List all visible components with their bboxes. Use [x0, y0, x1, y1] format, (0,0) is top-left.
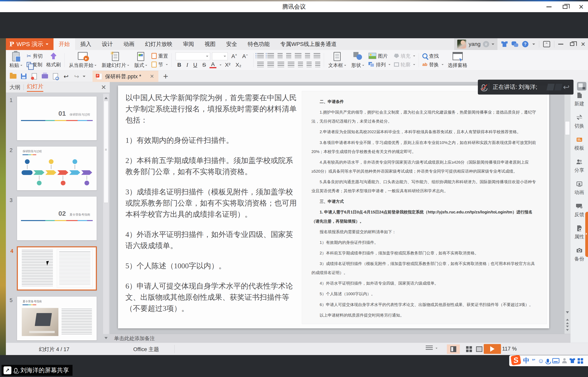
reply-arrow-icon[interactable]: ↩: [563, 83, 570, 91]
tab-view[interactable]: 视图: [199, 38, 221, 50]
italic-button[interactable]: I: [185, 62, 190, 68]
slide-thumbnail-1[interactable]: 1 01 保研阶段与过程: [17, 96, 97, 141]
text-tools-icon[interactable]: [314, 53, 320, 59]
minimize-icon[interactable]: [546, 3, 552, 10]
paragraph-spacing-icon[interactable]: [315, 62, 320, 67]
close-icon[interactable]: ×: [578, 3, 585, 10]
slide-thumbnail-2[interactable]: 2 保研阶段与过程: [17, 146, 97, 190]
slide-text-column[interactable]: 以中国人民大学新闻学院为例，首先需要在中国人民大学制定系统进行报名，填报系统时需…: [125, 92, 297, 324]
superscript-button[interactable]: X²: [224, 62, 232, 68]
notes-toggle-button[interactable]: [426, 346, 438, 351]
slide-thumbnail-3[interactable]: 3 02 夏令营备考指南: [17, 196, 97, 240]
embedded-document-image[interactable]: 二、申请条件 1.拥护中国共产党的领导，拥护社会主义制度，愿为社会主义现代化建设…: [302, 91, 547, 324]
paste-button[interactable]: 粘贴: [7, 51, 24, 69]
next-slide-button[interactable]: [565, 325, 570, 332]
picture-button[interactable]: 图片: [369, 53, 390, 59]
tab-animation[interactable]: 动画: [118, 38, 140, 50]
wps-app-button[interactable]: P WPS 演示: [6, 38, 54, 50]
tab-slides[interactable]: 幻灯片: [27, 83, 43, 92]
restore-icon[interactable]: [570, 42, 574, 46]
account-icon[interactable]: [562, 358, 567, 363]
notes-bar[interactable]: 单击此处添加备注: [110, 334, 570, 343]
arrange-button[interactable]: 排列: [369, 61, 390, 68]
tab-slideshow[interactable]: 幻灯片放映: [140, 38, 178, 50]
normal-view-button[interactable]: [447, 344, 460, 354]
save-icon[interactable]: [19, 72, 28, 81]
find-button[interactable]: 查找: [422, 53, 443, 59]
panel-scrollbar[interactable]: [103, 94, 109, 334]
copy-button[interactable]: 复制: [27, 61, 43, 68]
tab-design[interactable]: 设计: [97, 38, 118, 50]
scroll-down-icon[interactable]: [566, 311, 569, 315]
section-button[interactable]: 节: [151, 61, 168, 68]
outline-button[interactable]: 轮廓: [394, 61, 415, 68]
soft-keyboard-icon[interactable]: [552, 358, 559, 363]
slide-thumbnail-5[interactable]: 5 夏令营备考指南: [17, 296, 97, 341]
font-name-select[interactable]: [176, 52, 210, 60]
ime-skin-icon[interactable]: [570, 358, 575, 363]
layout-button[interactable]: 版式: [132, 51, 149, 69]
sidebar-item-properties[interactable]: 属性: [575, 225, 584, 240]
new-tab-button[interactable]: +: [163, 71, 168, 81]
sogou-logo-icon[interactable]: S: [510, 355, 521, 365]
tab-wps-online-service[interactable]: 专属WPS线上服务通道: [275, 38, 342, 50]
scrollbar-thumb[interactable]: [565, 121, 570, 135]
sidebar-item-switch[interactable]: 切换: [575, 114, 584, 129]
align-center-icon[interactable]: [267, 62, 274, 67]
selection-pane-button[interactable]: 选择窗格: [446, 51, 469, 69]
shape-button[interactable]: 形状: [349, 51, 366, 69]
current-slide-canvas[interactable]: 以中国人民大学新闻学院为例，首先需要在中国人民大学制定系统进行报名，填报系统时需…: [118, 85, 549, 328]
slideshow-play-button[interactable]: [484, 344, 501, 354]
sidebar-item-animation[interactable]: 动画: [575, 180, 584, 196]
tab-special-features[interactable]: 特色功能: [242, 38, 275, 50]
decrease-indent-icon[interactable]: [278, 53, 283, 59]
textbox-button[interactable]: 文本框: [326, 51, 348, 69]
floating-tool-icon[interactable]: [577, 82, 587, 91]
align-left-icon[interactable]: [257, 62, 264, 67]
bold-button[interactable]: B: [176, 62, 183, 68]
print-preview-icon[interactable]: [51, 72, 60, 81]
play-from-current-button[interactable]: 从当前开始: [67, 51, 98, 69]
scroll-down-icon[interactable]: [104, 337, 108, 341]
close-panel-icon[interactable]: ✕: [101, 83, 106, 91]
community-chat-icon[interactable]: [511, 41, 518, 47]
format-painter-button[interactable]: 格式刷: [46, 61, 61, 68]
ime-punctuation-toggle[interactable]: °': [532, 358, 535, 364]
minimize-icon[interactable]: [558, 44, 563, 45]
sidebar-item-share[interactable]: 分享: [575, 158, 584, 173]
reset-button[interactable]: 重置: [151, 53, 168, 59]
emoji-icon[interactable]: ☺: [538, 357, 544, 365]
new-slide-button[interactable]: 新建幻灯片: [100, 51, 131, 69]
subscript-button[interactable]: X₂: [234, 62, 243, 68]
close-tab-icon[interactable]: ✕: [150, 73, 154, 80]
hide-ribbon-icon[interactable]: ⌃: [543, 41, 550, 47]
font-size-select[interactable]: [212, 52, 228, 60]
main-scrollbar[interactable]: [565, 82, 570, 334]
ime-language-toggle[interactable]: 中: [523, 356, 529, 365]
replace-button[interactable]: ab替换: [422, 61, 443, 68]
chevron-down-icon[interactable]: [83, 76, 85, 78]
increase-indent-icon[interactable]: [286, 53, 291, 59]
maximize-icon[interactable]: [562, 3, 568, 10]
previous-slide-button[interactable]: [565, 317, 570, 324]
slide-thumbnail-4-selected[interactable]: 4: [17, 246, 97, 291]
document-tab[interactable]: 保研科普.pptx * ✕: [92, 71, 158, 82]
tab-security[interactable]: 安全: [221, 38, 242, 50]
undo-icon[interactable]: ↩: [62, 72, 70, 81]
cut-button[interactable]: ✂剪切: [27, 53, 43, 59]
text-direction-icon[interactable]: [295, 53, 301, 59]
align-right-icon[interactable]: [278, 62, 284, 67]
numbered-list-icon[interactable]: [267, 53, 274, 59]
print-icon[interactable]: [40, 72, 49, 81]
help-icon[interactable]: ?: [522, 41, 528, 47]
tab-review[interactable]: 审阅: [178, 38, 199, 50]
sidebar-item-feedback[interactable]: 反馈: [575, 203, 584, 218]
decrease-font-button[interactable]: A−: [241, 53, 249, 59]
increase-font-button[interactable]: A+: [230, 53, 238, 59]
open-file-icon[interactable]: [9, 72, 18, 81]
sidebar-item-new[interactable]: 新建: [575, 92, 584, 107]
distribute-icon[interactable]: [298, 62, 303, 67]
fill-button[interactable]: 填充: [394, 53, 415, 59]
justify-icon[interactable]: [288, 62, 294, 67]
strikethrough-button[interactable]: S: [201, 62, 208, 68]
